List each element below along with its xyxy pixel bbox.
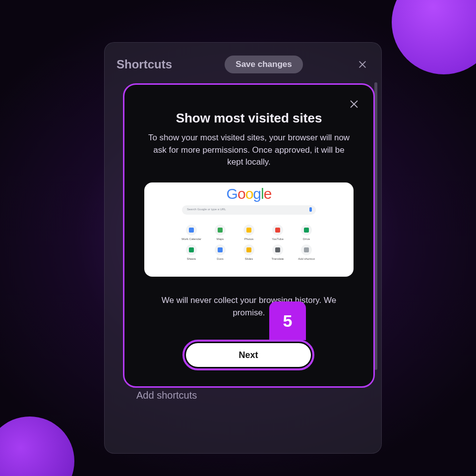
shortcut-tile: Work Calendar [180,225,202,240]
shortcut-tile: Drive [296,225,317,240]
shortcut-tile-label: Sheets [187,257,196,260]
shortcut-tile: Add shortcut [296,244,317,260]
shortcut-tile: Translate [267,244,289,260]
shortcut-tile: Slides [238,244,260,260]
shortcut-tile-label: Maps [217,238,224,240]
shortcut-tile-label: Photos [244,238,254,240]
close-icon [349,99,359,110]
shortcut-tile: Docs [209,244,231,260]
shortcut-tile-icon [243,244,254,255]
shortcut-tile-label: Work Calendar [181,238,201,240]
shortcut-tile-icon [215,244,226,255]
modal-title: Show most visited sites [141,111,357,126]
shortcut-tile-label: Drive [303,238,310,240]
decor-circle-top [392,0,476,74]
modal-description: To show your most visited sites, your br… [145,132,353,169]
shortcut-tile-grid: Work CalendarMapsPhotosYouTubeDriveSheet… [180,225,317,260]
shortcut-tile: Maps [209,225,231,240]
shortcut-tile-label: YouTube [272,238,284,240]
shortcut-tile-icon [215,225,226,236]
search-placeholder: Search Google or type a URL [187,208,226,211]
shortcut-tile-icon [243,225,254,236]
shortcut-tile-icon [186,225,197,236]
mic-icon [309,207,312,212]
step-badge: 5 [269,301,306,340]
save-changes-button[interactable]: Save changes [225,56,302,73]
settings-title: Shortcuts [117,58,172,71]
google-logo: Google [227,185,272,202]
shortcut-tile-icon [272,225,283,236]
shortcut-tile-icon [186,244,197,255]
shortcut-tile-label: Translate [272,257,284,260]
modal-close-button[interactable] [349,99,359,112]
settings-close-button[interactable] [356,58,369,71]
modal-promise: We will never collect your browsing hist… [145,295,353,319]
search-input-preview: Search Google or type a URL [182,205,316,215]
shortcut-tile-label: Add shortcut [298,257,315,260]
settings-header: Shortcuts Save changes [117,56,369,73]
shortcut-tile: Photos [238,225,260,240]
next-button-highlight: Next [182,340,314,370]
decor-circle-bottom [0,416,74,476]
shortcut-tile-icon [301,225,312,236]
browser-preview: Google Search Google or type a URL Work … [144,182,354,277]
next-button[interactable]: Next [186,343,311,367]
shortcut-tile-label: Docs [217,257,224,260]
close-icon [357,60,367,69]
shortcut-tile-icon [272,244,283,255]
shortcut-tile: Sheets [180,244,202,260]
add-shortcuts-label: Add shortcuts [136,390,197,401]
shortcut-tile: YouTube [267,225,289,240]
shortcut-tile-icon [301,244,312,255]
shortcut-tile-label: Slides [245,257,253,260]
